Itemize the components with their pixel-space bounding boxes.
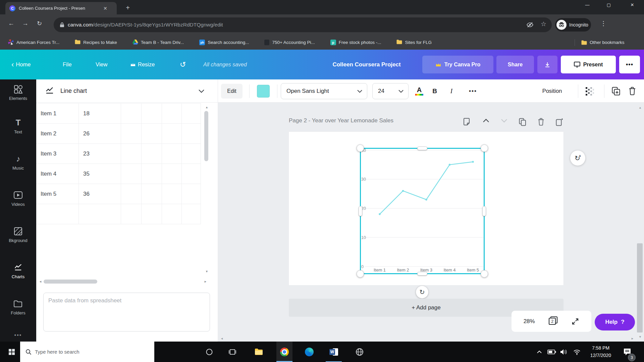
table-cell-value[interactable] [142, 184, 162, 204]
table-cell-value[interactable] [142, 104, 162, 123]
sidebar-item-music[interactable]: ♪Music [0, 144, 36, 181]
new-tab-button[interactable]: + [123, 3, 133, 13]
bold-button[interactable]: B [429, 79, 441, 103]
page-count-button[interactable]: 2 [548, 316, 558, 327]
header-more-button[interactable]: ••• [619, 56, 640, 73]
table-row[interactable]: Item 435 [36, 164, 201, 184]
bookmark-item[interactable]: 750+ Accounting Pi... [264, 40, 315, 45]
font-family-select[interactable]: Open Sans Light [281, 83, 367, 99]
window-maximize-button[interactable]: ▢ [601, 0, 616, 11]
try-canva-pro-button[interactable]: Try Canva Pro [422, 56, 493, 73]
paste-data-input[interactable] [43, 293, 210, 331]
table-row[interactable] [36, 204, 201, 224]
url-bar[interactable]: canva.com/design/DAEPrSt-1ys/8qeYgs1rWYR… [54, 17, 552, 32]
window-minimize-button[interactable]: — [580, 0, 595, 11]
move-page-down-button[interactable] [501, 118, 507, 124]
sidebar-item-elements[interactable]: Elements [0, 79, 36, 108]
table-cell-value[interactable] [182, 104, 201, 123]
table-cell-value[interactable] [121, 104, 142, 123]
table-cell-value[interactable] [162, 124, 182, 143]
table-cell-label[interactable] [36, 204, 79, 224]
canvas-scroll-down-icon[interactable]: ▼ [639, 335, 642, 339]
table-cell-value[interactable] [162, 204, 182, 224]
table-cell-value[interactable] [142, 124, 162, 143]
table-cell-value[interactable] [182, 144, 201, 164]
tray-expand-button[interactable] [533, 342, 546, 362]
table-cell-value[interactable] [162, 144, 182, 164]
other-bookmarks-button[interactable]: Other bookmarks [581, 35, 625, 50]
more-options-button[interactable]: ••• [466, 79, 480, 103]
canvas-scroll-up-icon[interactable]: ▲ [639, 106, 642, 109]
bookmark-item[interactable]: phSearch accounting... [199, 40, 249, 45]
duplicate-button[interactable] [608, 79, 624, 103]
table-cell-value[interactable] [121, 124, 142, 143]
clock[interactable]: 7:58 PM 12/7/2020 [586, 344, 615, 359]
table-cell-value[interactable] [182, 204, 201, 224]
table-cell-value[interactable] [162, 104, 182, 123]
table-row[interactable]: Item 323 [36, 144, 201, 164]
zoom-level[interactable]: 28% [524, 318, 535, 325]
scroll-left-icon[interactable]: ◄ [39, 280, 42, 283]
canvas-scroll-left-icon[interactable]: ◄ [220, 337, 223, 340]
sidebar-item-bkground[interactable]: Bkground [0, 217, 36, 253]
volume-button[interactable] [557, 342, 570, 362]
page-title[interactable]: Page 2 - Year over Year Lemonade Sales [289, 117, 393, 124]
table-cell-value[interactable] [182, 124, 201, 143]
table-cell-value[interactable] [162, 164, 182, 184]
reload-icon[interactable]: ↻ [37, 20, 42, 27]
design-page[interactable]: 010203040Item 1Item 2Item 3Item 4Item 5 … [289, 132, 564, 285]
browser-menu-icon[interactable]: ⋮ [600, 20, 606, 27]
edge-taskbar-button[interactable] [301, 342, 317, 362]
chrome-taskbar-button[interactable] [276, 342, 292, 362]
line-chart[interactable]: 010203040Item 1Item 2Item 3Item 4Item 5 [360, 148, 485, 274]
canvas-floating-action-button[interactable]: ↻+ [570, 150, 585, 166]
help-button[interactable]: Help ? [595, 314, 635, 330]
word-taskbar-button[interactable]: W [326, 342, 342, 362]
edit-button[interactable]: Edit [221, 84, 243, 99]
table-cell-value[interactable] [121, 164, 142, 184]
chart-data-table[interactable]: Item 118Item 226Item 323Item 435Item 536 [36, 103, 201, 224]
position-button[interactable]: Position [537, 79, 568, 103]
table-row[interactable]: Item 226 [36, 124, 201, 144]
window-close-button[interactable]: ✕ [625, 0, 640, 11]
cortana-button[interactable] [201, 342, 217, 362]
table-cell-value[interactable]: 26 [79, 124, 121, 143]
table-row[interactable]: Item 536 [36, 184, 201, 204]
eye-off-icon[interactable] [527, 22, 533, 27]
page-notes-button[interactable] [463, 118, 470, 127]
table-cell-value[interactable]: 18 [79, 104, 121, 123]
battery-button[interactable] [545, 342, 558, 362]
table-cell-value[interactable]: 23 [79, 144, 121, 164]
table-cell-label[interactable]: Item 5 [36, 184, 79, 204]
network-button[interactable] [570, 342, 584, 362]
sidebar-item-videos[interactable]: Videos [0, 181, 36, 217]
home-button[interactable]: ‹ Home [11, 50, 31, 79]
scroll-right-icon[interactable]: ► [204, 280, 207, 283]
bookmark-item[interactable]: Team B - Team Driv... [132, 40, 184, 46]
text-color-button[interactable]: A [413, 79, 426, 103]
start-button[interactable] [0, 342, 16, 362]
document-title[interactable]: Colleen Coursera Project [316, 50, 417, 79]
forward-icon[interactable]: → [22, 20, 29, 27]
add-page-icon-button[interactable] [556, 118, 563, 127]
table-cell-label[interactable]: Item 4 [36, 164, 79, 184]
present-button[interactable]: Present [561, 56, 616, 73]
sidebar-item-folders[interactable]: Folders [0, 289, 36, 325]
taskbar-search[interactable] [20, 342, 154, 362]
font-size-select[interactable]: 24 [372, 83, 409, 99]
sidebar-item-text[interactable]: TText [0, 108, 36, 144]
view-menu[interactable]: View [96, 50, 107, 79]
duplicate-page-button[interactable] [519, 118, 526, 127]
globe-taskbar-button[interactable] [352, 342, 368, 362]
transparency-button[interactable] [582, 79, 597, 103]
table-cell-value[interactable] [142, 164, 162, 184]
table-cell-value[interactable] [121, 144, 142, 164]
table-cell-value[interactable] [182, 164, 201, 184]
table-cell-value[interactable] [121, 204, 142, 224]
delete-button[interactable] [625, 79, 640, 103]
table-cell-value[interactable]: 35 [79, 164, 121, 184]
canvas-scroll-right-icon[interactable]: ► [631, 337, 634, 340]
table-cell-value[interactable] [121, 184, 142, 204]
table-cell-value[interactable] [79, 204, 121, 224]
scroll-up-icon[interactable]: ▲ [205, 106, 208, 109]
